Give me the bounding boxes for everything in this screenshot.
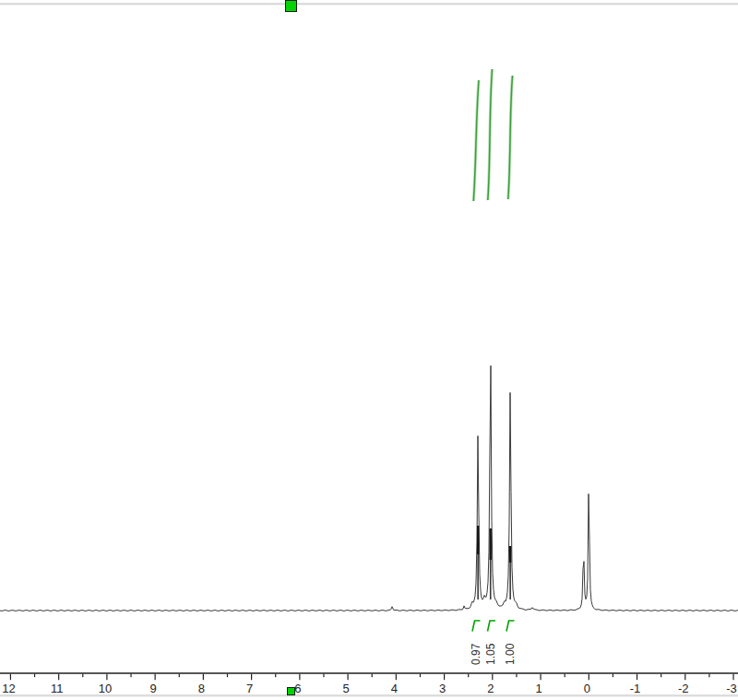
x-axis-tick-label: 10 [99,682,112,695]
x-axis-tick-label: 4 [391,682,398,695]
integral-region-mark-icon [488,621,496,632]
x-axis-tick-label: 5 [342,682,349,695]
x-axis-tick-label: 1 [535,682,542,695]
x-axis-tick-label: 11 [51,682,64,695]
x-axis-tick-label: 0 [584,682,590,695]
integral-curve[interactable] [473,80,479,201]
x-axis-tick-label: -1 [630,682,641,695]
x-axis-tick-label: -2 [678,682,689,695]
selection-handle-bottom[interactable] [287,687,295,695]
x-axis-tick-label: 12 [2,682,15,695]
nmr-document-page: 0.971.051.001211109876543210-1-2-3 [0,0,738,700]
integral-value-label[interactable]: 1.05 [484,643,497,665]
selection-handle-top[interactable] [285,0,297,12]
x-axis-tick-label: 2 [487,682,494,695]
x-axis-tick-label: 8 [198,682,205,695]
integral-value-label[interactable]: 0.97 [470,643,482,665]
x-axis-tick-label: 7 [246,682,253,695]
spectrum-trace [0,366,738,611]
x-axis-tick-label: 3 [439,682,446,695]
x-axis-tick-label: -3 [726,682,737,695]
integral-region-mark-icon [506,621,515,632]
x-axis-tick-label: 6 [294,682,301,695]
integral-region-mark-icon [472,621,481,632]
nmr-spectrum-canvas[interactable]: 0.971.051.001211109876543210-1-2-3 [0,0,738,700]
integral-value-label[interactable]: 1.00 [504,643,517,665]
x-axis-tick-label: 9 [150,682,157,695]
